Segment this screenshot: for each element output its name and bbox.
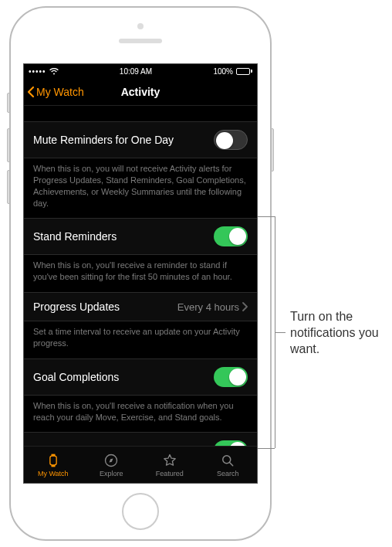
row-value-progress: Every 4 hours [177, 301, 239, 313]
row-desc-progress: Set a time interval to receive an update… [24, 321, 257, 358]
signal-dots-icon: ••••• [29, 67, 46, 76]
chevron-right-icon [242, 302, 248, 311]
volume-up [7, 128, 10, 162]
chevron-left-icon [27, 86, 35, 98]
tab-search[interactable]: Search [199, 447, 258, 483]
row-stand-reminders[interactable]: Stand Reminders [24, 218, 257, 255]
tab-bar: My Watch Explore Featured Search [24, 446, 257, 483]
row-desc-stand: When this is on, you'll receive a remind… [24, 255, 257, 292]
tab-label: Explore [100, 470, 123, 477]
row-mute-reminders[interactable]: Mute Reminders for One Day [24, 121, 257, 158]
back-button[interactable]: My Watch [24, 86, 84, 98]
tab-explore[interactable]: Explore [83, 447, 141, 483]
toggle-goal-completions[interactable] [214, 367, 248, 387]
earpiece-speaker [119, 39, 162, 43]
power-button [271, 128, 274, 172]
tab-label: My Watch [38, 470, 69, 477]
phone-frame: ••••• 10:09 AM 100% My Watch Activity [9, 6, 272, 541]
compass-icon [103, 453, 119, 468]
callout-text: Turn on the notifications you want. [290, 309, 383, 357]
toggle-stand-reminders[interactable] [214, 226, 248, 246]
svg-rect-1 [51, 454, 55, 456]
row-label: Mute Reminders for One Day [33, 134, 174, 146]
row-progress-updates[interactable]: Progress Updates Every 4 hours [24, 292, 257, 321]
status-bar: ••••• 10:09 AM 100% [24, 64, 257, 78]
svg-line-5 [230, 462, 233, 465]
screen: ••••• 10:09 AM 100% My Watch Activity [23, 63, 258, 484]
ringer-switch [7, 93, 10, 113]
battery-icon [236, 68, 252, 75]
tab-my-watch[interactable]: My Watch [24, 447, 83, 483]
nav-bar: My Watch Activity [24, 78, 257, 106]
callout-connector [258, 448, 275, 449]
row-achievements[interactable]: Achievements [24, 432, 257, 446]
row-desc-goal: When this is on, you'll receive a notifi… [24, 396, 257, 433]
battery-pct: 100% [213, 67, 233, 76]
tab-label: Featured [156, 470, 184, 477]
row-label: Progress Updates [33, 301, 120, 313]
settings-list[interactable]: Mute Reminders for One Day When this is … [24, 106, 257, 446]
volume-down [7, 170, 10, 204]
toggle-mute-reminders[interactable] [214, 130, 248, 150]
row-label: Goal Completions [33, 371, 119, 383]
tab-label: Search [217, 470, 239, 477]
home-button[interactable] [122, 493, 159, 530]
row-label: Stand Reminders [33, 230, 117, 243]
callout-leader [275, 332, 286, 333]
wifi-icon [49, 68, 59, 75]
row-goal-completions[interactable]: Goal Completions [24, 358, 257, 396]
row-desc-mute: When this is on, you will not receive Ac… [24, 158, 257, 218]
front-camera [137, 23, 144, 29]
status-time: 10:09 AM [120, 67, 152, 76]
callout-connector [258, 216, 275, 217]
watch-icon [46, 453, 61, 468]
back-label: My Watch [36, 86, 84, 98]
svg-rect-2 [51, 464, 55, 467]
tab-featured[interactable]: Featured [140, 447, 199, 483]
svg-rect-0 [50, 456, 56, 465]
search-icon [220, 453, 235, 468]
star-icon [162, 453, 177, 468]
